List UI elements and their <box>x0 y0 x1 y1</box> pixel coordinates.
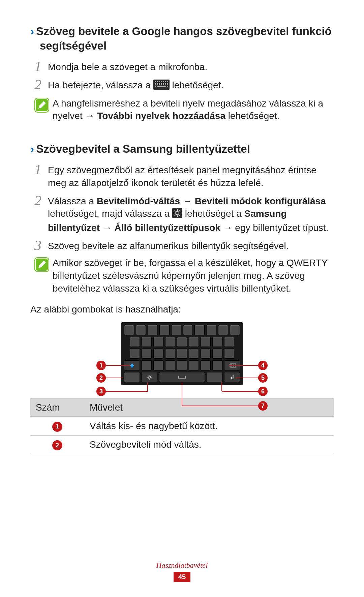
svg-rect-10 <box>159 83 160 85</box>
s1-step1-text: Mondja bele a szöveget a mikrofonba. <box>48 59 207 73</box>
gear-icon <box>172 208 182 221</box>
row-number: 2 <box>52 440 62 450</box>
s2-step3: 3 Szöveg bevitele az alfanumerikus bille… <box>30 238 334 252</box>
s1-tip-b: lehetőséget. <box>225 111 279 121</box>
t-a: Válassza a <box>48 196 97 206</box>
t-f: lehetőséget a <box>182 208 244 219</box>
chevron-icon: › <box>30 25 34 37</box>
svg-rect-12 <box>163 83 164 85</box>
t-d: Beviteli módok konfigurálása <box>195 196 326 206</box>
row-number: 1 <box>52 422 62 432</box>
s2-step2: 2 Válassza a Bevitelimód-váltás → Bevite… <box>30 193 334 234</box>
chevron-icon: › <box>30 142 34 155</box>
step-number-2: 2 <box>34 78 48 92</box>
s1-step2: 2 Ha befejezte, válassza a lehetőséget. <box>30 78 334 93</box>
step-number-2: 2 <box>34 193 48 208</box>
t-i: Álló billentyűzettípusok <box>115 222 220 233</box>
footer-section-label: Használatbavétel <box>0 561 364 570</box>
t-c: → <box>180 196 195 206</box>
svg-rect-6 <box>165 81 166 82</box>
t-j: → egy billentyűzet típust. <box>220 222 329 233</box>
col-number-header: Szám <box>30 399 84 417</box>
s2-step2-text: Válassza a Bevitelimód-váltás → Beviteli… <box>48 193 334 234</box>
s2-step3-text: Szöveg bevitele az alfanumerikus billent… <box>48 238 289 252</box>
svg-rect-17 <box>167 86 168 87</box>
section1-heading-text: Szöveg bevitele a Google hangos szövegbe… <box>36 25 332 52</box>
page-number: 45 <box>174 572 190 582</box>
s1-step2-a: Ha befejezte, válassza a <box>48 80 153 90</box>
svg-rect-3 <box>159 81 160 82</box>
s1-step2-text: Ha befejezte, válassza a lehetőséget. <box>48 78 223 93</box>
svg-rect-2 <box>157 81 158 82</box>
section2-heading: ›Szövegbevitel a Samsung billentyűzettel <box>30 141 334 156</box>
keyboard-icon <box>153 80 170 93</box>
row-text: Szövegbeviteli mód váltás. <box>84 435 334 454</box>
svg-rect-5 <box>163 81 164 82</box>
svg-rect-11 <box>161 83 162 85</box>
s1-step1: 1 Mondja bele a szöveget a mikrofonba. <box>30 59 334 73</box>
svg-rect-13 <box>165 83 166 85</box>
s2-tip-text: Amikor szöveget ír be, forgassa el a kés… <box>53 257 334 295</box>
tip-pencil-icon <box>34 98 49 113</box>
t-b: Bevitelimód-váltás <box>97 196 180 206</box>
tip-pencil-icon <box>34 257 49 272</box>
svg-rect-7 <box>167 81 168 82</box>
t-h: → <box>100 222 115 233</box>
s1-tip: A hangfelismeréshez a beviteli nyelv meg… <box>34 97 334 123</box>
table-row: 2 Szövegbeviteli mód váltás. <box>30 435 334 454</box>
svg-rect-15 <box>155 86 156 87</box>
section2-heading-text: Szövegbevitel a Samsung billentyűzettel <box>36 143 250 155</box>
row-text: Váltás kis- és nagybetű között. <box>84 417 334 436</box>
s2-tip: Amikor szöveget ír be, forgassa el a kés… <box>34 257 334 295</box>
step-number-1: 1 <box>34 162 48 177</box>
s2-step1: 1 Egy szövegmezőből az értesítések panel… <box>30 162 334 189</box>
step-number-3: 3 <box>34 238 48 252</box>
page-footer: Használatbavétel 45 <box>0 561 364 582</box>
svg-rect-16 <box>157 86 166 87</box>
section1-heading: ›Szöveg bevitele a Google hangos szövegb… <box>30 24 334 53</box>
s2-step1-text: Egy szövegmezőből az értesítések panel m… <box>48 162 334 189</box>
s1-step2-b: lehetőséget. <box>170 80 223 90</box>
s1-tip-bold: További nyelvek hozzáadása <box>97 111 225 121</box>
keyboard-figure: ↲ 1 2 3 4 5 6 7 <box>81 322 283 385</box>
table-row: 1 Váltás kis- és nagybetű között. <box>30 417 334 436</box>
svg-rect-9 <box>157 83 158 85</box>
t-e: lehetőséget, majd válassza a <box>48 208 172 219</box>
step-number-1: 1 <box>34 59 48 73</box>
s1-tip-text: A hangfelismeréshez a beviteli nyelv meg… <box>53 97 334 123</box>
svg-rect-14 <box>167 83 168 85</box>
svg-rect-8 <box>155 83 156 85</box>
svg-rect-1 <box>155 81 156 82</box>
mid-text: Az alábbi gombokat is használhatja: <box>30 304 334 315</box>
svg-rect-4 <box>161 81 162 82</box>
